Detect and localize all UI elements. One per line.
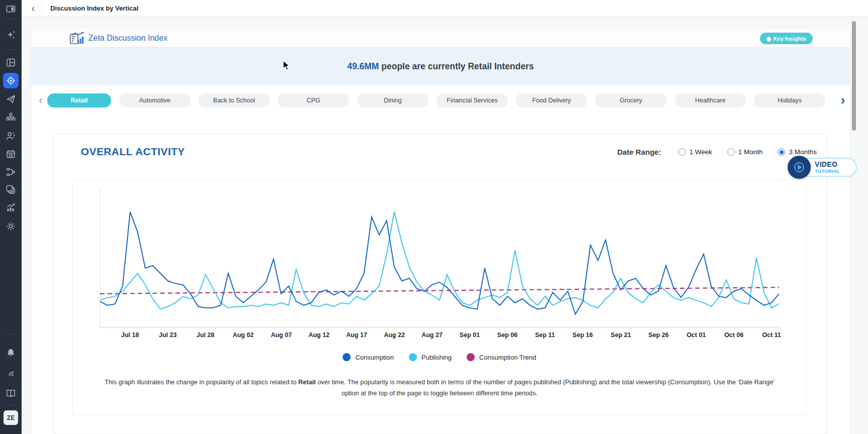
flame-icon [767,36,771,42]
app-title: Zeta Discussion Index [88,29,167,48]
radio-1-month[interactable]: 1 Month [727,148,763,156]
tab-healthcare[interactable]: Healthcare [675,93,746,107]
legend-label: Consumption [355,354,394,361]
intenders-text: people are currently Retail Intenders [379,61,533,71]
back-chevron-icon[interactable]: ‹ [28,1,39,16]
branch-icon[interactable] [6,167,16,177]
tab-cpg[interactable]: CPG [278,93,349,107]
play-button-icon[interactable] [788,156,811,179]
legend-label: Consumption Trend [479,354,536,361]
tab-back-to-school[interactable]: Back to School [198,93,270,107]
overall-activity-title: OVERALL ACTIVITY [81,146,185,158]
radio-circle[interactable] [678,148,686,156]
radio-1-week[interactable]: 1 Week [678,148,712,156]
legend-item-publishing: Publishing [409,353,452,361]
topbar-divider [42,0,42,17]
x-tick-label: Aug 22 [384,332,405,339]
x-tick-label: Sep 11 [535,332,555,339]
tab-grocery[interactable]: Grocery [595,93,667,107]
x-tick-label: Sep 01 [460,332,480,339]
tabs-scroll-left-icon[interactable]: ‹ [35,93,46,107]
radio-circle[interactable] [727,148,735,156]
page-title: Discussion Index by Vertical [50,0,139,17]
intenders-banner: 49.6MM people are currently Retail Inten… [31,48,850,85]
video-tutorial-badge[interactable]: VIDEO TUTORIAL [788,156,858,179]
activity-chart-card: Jul 18Jul 23Jul 28Aug 02Aug 07Aug 12Aug … [72,179,807,415]
chart-icon[interactable] [6,203,16,212]
date-range-label: Date Range: [617,148,662,156]
calendar-icon[interactable] [6,149,16,159]
x-tick-label: Jul 18 [121,332,139,339]
radio-3-months[interactable]: 3 Months [778,148,817,156]
icon-sidebar: ZE [0,0,22,434]
x-tick-label: Sep 21 [611,332,631,339]
x-tick-label: Sep 26 [648,332,669,339]
bell-icon[interactable] [6,348,16,358]
sidebar-divider [4,405,18,405]
intenders-count: 49.6MM [347,61,379,71]
x-tick-label: Aug 17 [346,332,367,339]
audience-icon[interactable] [6,131,16,141]
tab-financial-services[interactable]: Financial Services [437,93,508,107]
tutorial-label: TUTORIAL [815,168,856,174]
overall-activity-panel: OVERALL ACTIVITY Date Range: 1 Week 1 Mo… [53,134,827,434]
tab-dining[interactable]: Dining [357,93,428,107]
tab-holidays[interactable]: Holidays [754,93,825,107]
x-axis-ticks: Jul 18Jul 23Jul 28Aug 02Aug 07Aug 12Aug … [100,332,806,341]
signal-icon[interactable] [6,368,16,378]
dashboard-icon[interactable] [6,58,16,67]
layers-icon[interactable] [6,185,16,194]
tab-automotive[interactable]: Automotive [119,93,190,107]
x-tick-label: Aug 07 [271,332,292,339]
radio-label: 1 Month [738,148,763,156]
vertical-tabs-row: ‹ RetailAutomotiveBack to SchoolCPGDinin… [31,85,850,116]
line-chart[interactable] [100,189,779,328]
top-bar: ‹ Discussion Index by Vertical [22,0,868,17]
target-icon-active[interactable] [3,73,19,88]
sidebar-divider [4,19,18,19]
radio-label: 3 Months [789,148,817,156]
radio-circle[interactable] [778,148,785,156]
x-tick-label: Jul 28 [196,332,214,339]
sidebar-divider [4,49,18,50]
settings-icon[interactable] [6,222,16,231]
legend-label: Publishing [421,354,452,361]
x-tick-label: Jul 23 [159,332,176,339]
date-range-group: Date Range: 1 Week 1 Month 3 Months [617,148,817,156]
x-tick-label: Aug 12 [308,332,330,339]
book-icon[interactable] [6,388,16,398]
x-tick-label: Sep 06 [497,332,517,339]
video-label: VIDEO [815,161,856,168]
legend-dot [467,353,475,361]
x-tick-label: Oct 01 [687,332,706,339]
legend-item-consumption-trend: Consumption Trend [467,353,536,361]
tab-retail[interactable]: Retail [47,93,111,107]
radio-label: 1 Week [689,148,712,156]
hierarchy-icon[interactable] [6,113,16,122]
discussion-index-page: { "topbar": { "title": "Discussion Index… [0,0,868,434]
x-tick-label: Oct 06 [724,332,743,339]
x-tick-label: Aug 27 [421,332,443,339]
chart-legend: ConsumptionPublishingConsumption Trend [73,353,806,361]
sidebar-toggle-icon[interactable] [6,4,16,14]
tabs-scroll-right-icon[interactable]: › [837,92,849,107]
vertical-tabs-strip: RetailAutomotiveBack to SchoolCPGDiningF… [47,93,835,107]
legend-dot [409,353,417,361]
x-tick-label: Aug 02 [233,332,254,339]
zeta-discussion-index-logo [69,32,84,45]
sidebar-divider [4,334,18,335]
legend-dot [343,353,351,361]
key-insights-button[interactable]: Key Insights [760,33,813,44]
x-tick-label: Oct 11 [762,332,781,339]
publishing-line [100,212,779,309]
chart-description: This graph illustrates the change in pop… [102,377,778,399]
sparkles-icon[interactable] [6,30,16,40]
vertical-scrollbar[interactable] [852,21,856,131]
tab-food-delivery[interactable]: Food Delivery [516,93,587,107]
user-avatar[interactable]: ZE [4,410,18,425]
card-header: Zeta Discussion Index Key Insights [31,29,850,48]
legend-item-consumption: Consumption [343,353,394,361]
x-tick-label: Sep 16 [573,332,593,339]
send-icon[interactable] [6,94,16,104]
key-insights-label: Key Insights [774,36,806,42]
